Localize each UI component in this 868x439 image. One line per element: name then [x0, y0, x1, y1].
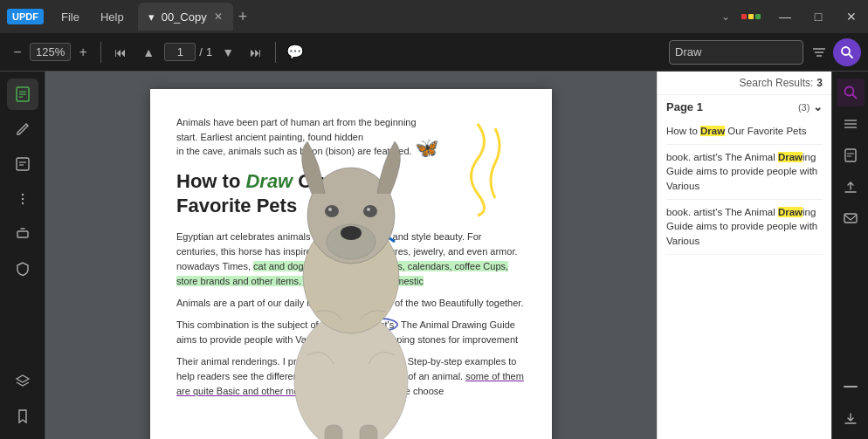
tab-label: 00_Copy — [162, 10, 207, 24]
main-layout: 🦋 Animals have been part of human art fr… — [0, 72, 868, 439]
tab-close-button[interactable]: ✕ — [214, 10, 223, 23]
toolbar: − 125% + ⏮ ▲ / 1 ▼ ⏭ 💬 — [0, 33, 868, 72]
result-1-highlight: Draw — [700, 126, 725, 136]
svg-rect-2 — [755, 14, 761, 19]
page-separator: / — [199, 45, 203, 58]
page-1-text: Page 1 — [666, 100, 703, 113]
sidebar-icon-layers[interactable] — [7, 366, 38, 397]
window-controls: — □ ✕ — [768, 0, 868, 33]
sidebar-icon-bookmark[interactable] — [7, 401, 38, 432]
menu-help[interactable]: Help — [90, 0, 134, 33]
right-sidebar-upload-icon[interactable] — [837, 173, 865, 201]
zoom-out-button[interactable]: − — [7, 42, 28, 63]
maximize-button[interactable]: □ — [802, 0, 835, 33]
svg-point-28 — [367, 208, 370, 211]
right-sidebar — [831, 72, 868, 439]
search-input[interactable] — [675, 45, 797, 58]
search-results-panel: Search Results: 3 Page 1 (3) ⌄ How to Dr… — [657, 72, 831, 439]
right-sidebar-search-icon[interactable] — [837, 79, 865, 106]
right-sidebar-minus-icon[interactable] — [837, 373, 865, 401]
svg-rect-41 — [844, 214, 857, 223]
svg-rect-12 — [17, 158, 29, 170]
search-page-1-section: Page 1 (3) ⌄ How to Draw Our Favorite Pe… — [658, 95, 831, 260]
toolbar-separator-1 — [100, 42, 101, 63]
zoom-in-button[interactable]: + — [72, 42, 93, 63]
svg-rect-0 — [741, 14, 747, 19]
result-1-text-before: How to — [666, 126, 700, 136]
search-box[interactable] — [669, 40, 803, 65]
search-results-label: Search Results: — [740, 77, 814, 89]
search-icon-button[interactable] — [833, 38, 861, 66]
pdf-content-area[interactable]: 🦋 Animals have been part of human art fr… — [45, 72, 657, 439]
search-results-count: 3 — [816, 77, 823, 89]
next-page-button[interactable]: ▼ — [216, 40, 240, 65]
result-2-highlight: Draw — [778, 152, 803, 162]
result-1-text-after: Our Favorite Pets — [725, 126, 806, 136]
title-bar: UPDF File Help ▾ 00_Copy ✕ + ⌄ — □ ✕ — [0, 0, 868, 33]
page-navigation: / 1 — [164, 43, 212, 61]
sidebar-icon-form[interactable] — [7, 218, 38, 250]
menu-file[interactable]: File — [51, 0, 90, 33]
svg-point-17 — [21, 202, 23, 204]
result-3-highlight: Draw — [778, 207, 803, 217]
sidebar-icon-protect[interactable] — [7, 253, 38, 285]
svg-line-33 — [852, 95, 856, 99]
svg-point-15 — [21, 194, 23, 195]
updf-logo: UPDF — [7, 9, 44, 24]
close-button[interactable]: ✕ — [835, 0, 868, 33]
tab-00-copy[interactable]: ▾ 00_Copy ✕ — [138, 3, 233, 31]
svg-rect-37 — [845, 149, 856, 161]
search-results-header: Search Results: 3 — [658, 72, 831, 95]
right-sidebar-menu-icon[interactable] — [837, 110, 865, 138]
search-result-3[interactable]: book. artist's The Animal Drawing Guide … — [666, 200, 823, 255]
right-sidebar-mail-icon[interactable] — [837, 204, 865, 232]
svg-rect-1 — [748, 14, 754, 19]
svg-line-7 — [849, 54, 852, 58]
total-pages: 1 — [206, 45, 212, 58]
zoom-controls: − 125% + — [7, 42, 93, 63]
svg-point-25 — [325, 205, 339, 217]
result-2-text-before: book. artist's The Animal — [666, 152, 778, 162]
search-result-2[interactable]: book. artist's The Animal Drawing Guide … — [666, 145, 823, 200]
prev-page-button[interactable]: ▲ — [136, 40, 161, 65]
search-result-1[interactable]: How to Draw Our Favorite Pets — [666, 119, 823, 145]
last-page-button[interactable]: ⏭ — [244, 40, 268, 65]
tab-dropdown-icon[interactable]: ▾ — [148, 10, 155, 24]
page-1-label[interactable]: Page 1 (3) ⌄ — [666, 100, 823, 113]
tabs-chevron-down-icon[interactable]: ⌄ — [716, 10, 735, 23]
sidebar-icon-reader[interactable] — [7, 79, 38, 110]
filter-button[interactable] — [809, 42, 830, 63]
first-page-button[interactable]: ⏮ — [108, 40, 133, 65]
page-count-text: (3) — [798, 102, 809, 113]
svg-rect-30 — [325, 425, 342, 439]
tab-area: ▾ 00_Copy ✕ + — [134, 3, 716, 31]
right-sidebar-page-icon[interactable] — [837, 141, 865, 169]
svg-point-27 — [363, 205, 377, 217]
search-area — [669, 40, 830, 65]
toolbar-separator-2 — [275, 42, 276, 63]
sidebar-icon-more[interactable] — [7, 183, 38, 215]
dog-sketch-image — [264, 137, 438, 439]
zoom-value[interactable]: 125% — [30, 43, 71, 61]
page-chevron-icon: ⌄ — [813, 100, 823, 113]
svg-point-29 — [341, 226, 362, 240]
add-tab-button[interactable]: + — [238, 8, 248, 26]
page-1-count-badge: (3) ⌄ — [798, 100, 823, 113]
svg-rect-18 — [17, 231, 28, 237]
heading-how-to: How to — [176, 170, 245, 192]
page-number-input[interactable] — [164, 43, 196, 61]
sidebar-icon-edit[interactable] — [7, 113, 38, 145]
sidebar-bottom-icons — [7, 366, 38, 432]
brand-icon — [735, 0, 768, 33]
comment-button[interactable]: 💬 — [283, 40, 307, 65]
sidebar-icon-annotate[interactable] — [7, 148, 38, 180]
left-sidebar — [0, 72, 45, 439]
svg-point-26 — [328, 208, 332, 211]
right-sidebar-download-icon[interactable] — [837, 404, 865, 432]
result-3-text-before: book. artist's The Animal — [666, 207, 778, 217]
minimize-button[interactable]: — — [768, 0, 802, 33]
svg-point-16 — [21, 198, 23, 200]
svg-rect-31 — [360, 425, 377, 439]
